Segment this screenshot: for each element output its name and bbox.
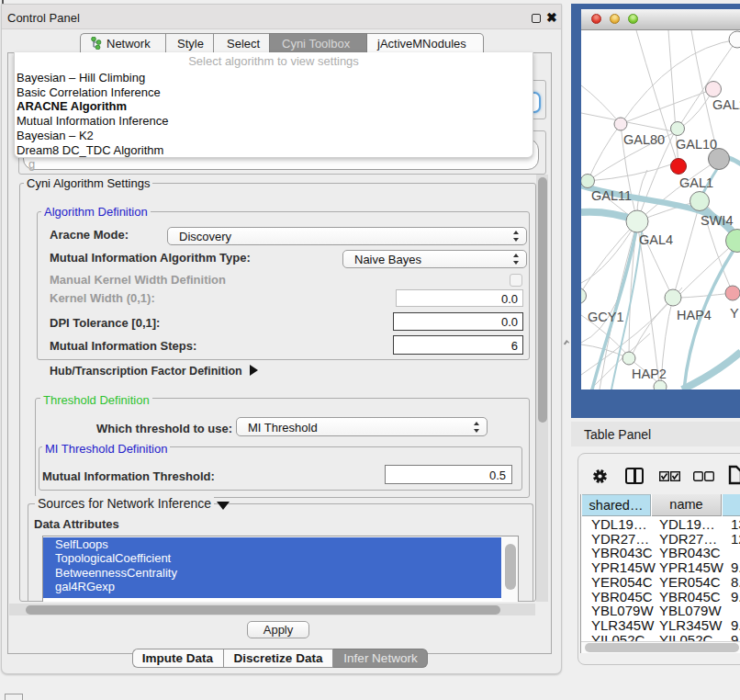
- svg-text:GCY1: GCY1: [588, 310, 624, 324]
- svg-text:GAL11: GAL11: [591, 188, 632, 203]
- svg-text:HAP2: HAP2: [632, 367, 667, 381]
- svg-text:GAL4: GAL4: [639, 232, 673, 247]
- svg-text:GAL80: GAL80: [623, 132, 665, 147]
- svg-text:GAL2: GAL2: [712, 97, 740, 112]
- svg-text:GAL1: GAL1: [679, 175, 713, 190]
- svg-text:GAL10: GAL10: [676, 137, 717, 152]
- svg-text:Y: Y: [730, 306, 739, 321]
- svg-text:HAP4: HAP4: [677, 308, 712, 322]
- svg-text:SWI4: SWI4: [701, 213, 733, 228]
